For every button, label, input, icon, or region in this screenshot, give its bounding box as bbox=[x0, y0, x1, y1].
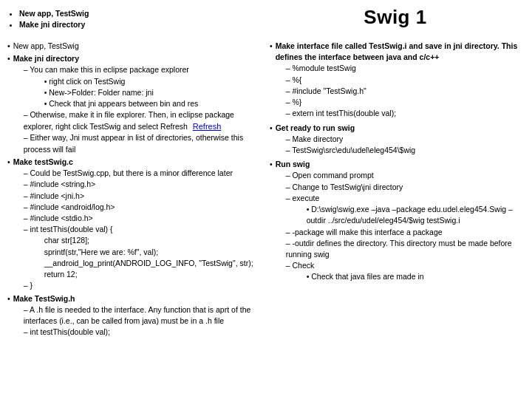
title-area: Swig 1 bbox=[266, 6, 525, 33]
run-check-subsub-0: • Check that java files are made in bbox=[307, 271, 525, 282]
h-sub-0: – A .h file is needed to the interface. … bbox=[24, 304, 262, 327]
top-bullet-2: Make jni directory bbox=[19, 20, 266, 29]
left-column: • New app, TestSwig • Make jni directory… bbox=[7, 41, 262, 392]
c-sub-7: sprintf(str,"Here we are: %f", val); bbox=[24, 247, 253, 258]
iface-sub-1: – %{ bbox=[286, 75, 525, 86]
main-content: • New app, TestSwig • Make jni directory… bbox=[0, 33, 532, 399]
run-subsub-0: • D:\swig\swig.exe –java –package edu.ud… bbox=[307, 204, 525, 226]
top-bullet-1: New app, TestSwig bbox=[19, 9, 266, 18]
run-sub-2: – execute bbox=[286, 193, 525, 204]
c-sub-1: – #include <string.h> bbox=[24, 179, 253, 190]
right-column: • Make interface file called TestSwig.i … bbox=[270, 41, 525, 392]
c-sub-0: – Could be TestSwig.cpp, but there is a … bbox=[24, 168, 253, 179]
run-sub-0: – Open command prompt bbox=[286, 170, 525, 181]
c-sub-4: – #include <stdio.h> bbox=[24, 213, 253, 224]
c-sub-6: char str[128]; bbox=[24, 235, 253, 246]
c-sub-3: – #include <android/log.h> bbox=[24, 202, 253, 213]
iface-sub-0: – %module testSwig bbox=[286, 63, 525, 74]
jni-sub-3: – Either way, Jni must appear in list of… bbox=[24, 132, 262, 154]
jni-subsub-1: • right click on TestSwig bbox=[44, 76, 262, 87]
bullet-new-app: • New app, TestSwig bbox=[7, 41, 262, 52]
run-sub-4: – -outdir defines the directory. This di… bbox=[286, 238, 525, 260]
run-sub-3: – -package will make this interface a pa… bbox=[286, 227, 525, 238]
bullet-get-ready: • Get ready to run swig – Make directory… bbox=[270, 123, 525, 157]
refresh-button[interactable]: Refresh bbox=[193, 121, 222, 133]
bullet-make-jni: • Make jni directory – You can make this… bbox=[7, 53, 262, 155]
header-row: New app, TestSwig Make jni directory Swi… bbox=[0, 0, 532, 33]
run-sub-5: – Check bbox=[286, 260, 525, 271]
iface-sub-3: – %} bbox=[286, 97, 525, 108]
header-left-placeholder: New app, TestSwig Make jni directory bbox=[7, 9, 266, 31]
ready-sub-1: – TestSwig\src\edu\udel\eleg454\$wig bbox=[286, 145, 416, 156]
c-sub-9: return 12; bbox=[24, 269, 253, 280]
bullet-make-testswig-h: • Make TestSwig.h – A .h file is needed … bbox=[7, 293, 262, 338]
run-sub-1: – Change to TestSwig\jni directory bbox=[286, 182, 525, 193]
h-sub-1: – int testThis(double val); bbox=[24, 327, 262, 338]
iface-sub-2: – #include "TestSwig.h" bbox=[286, 86, 525, 97]
bullet-run-swig: • Run swig – Open command prompt – Chang… bbox=[270, 159, 525, 282]
iface-sub-4: – extern int testThis(double val); bbox=[286, 108, 525, 119]
c-sub-2: – #include <jni.h> bbox=[24, 191, 253, 202]
c-sub-10: – } bbox=[24, 280, 253, 291]
bullet-make-testswig-c: • Make testSwig.c – Could be TestSwig.cp… bbox=[7, 157, 262, 292]
jni-sub-1: – You can make this in eclipse package e… bbox=[24, 64, 262, 75]
c-sub-5: – int testThis(double val) { bbox=[24, 224, 253, 235]
jni-subsub-2: • New->Folder: Folder name: jni bbox=[44, 87, 262, 98]
bullet-interface: • Make interface file called TestSwig.i … bbox=[270, 41, 525, 120]
ready-sub-0: – Make directory bbox=[286, 134, 416, 145]
jni-subsub-3: • Check that jni appears between bin and… bbox=[44, 98, 262, 109]
c-sub-8: __android_log_print(ANDROID_LOG_INFO, "T… bbox=[24, 258, 253, 269]
jni-sub-2: – Otherwise, make it in file explorer. T… bbox=[24, 109, 262, 132]
page-title: Swig 1 bbox=[266, 6, 525, 29]
